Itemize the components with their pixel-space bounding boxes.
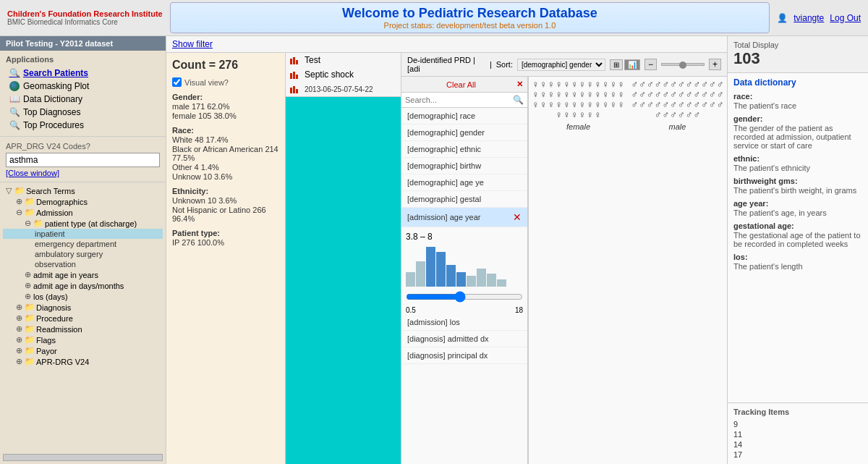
- sub-name: BMIC Biomedical Informatics Core: [7, 18, 163, 26]
- person-icon: ♀: [571, 90, 578, 99]
- data-dictionary-panel: Data dictionary race: The patient's race…: [728, 73, 868, 403]
- show-filter-link[interactable]: Show filter: [172, 39, 213, 49]
- age-range-display: 3.8 – 8: [401, 227, 527, 243]
- var-item-birthw[interactable]: [demographic] birthw: [401, 158, 527, 174]
- person-icon: ♂: [686, 110, 693, 119]
- sort-select[interactable]: [demographic] gender [demographic] race: [517, 59, 605, 71]
- visual-view-checkbox[interactable]: [172, 77, 182, 87]
- person-icon: ♀: [579, 90, 586, 99]
- username[interactable]: tviangte: [793, 13, 824, 23]
- sidebar-item-data-dictionary[interactable]: 📖 Data Dictionary: [6, 93, 160, 106]
- var-item-age-ye[interactable]: [demographic] age ye: [401, 174, 527, 191]
- person-icon: ♂: [701, 100, 708, 109]
- histogram-bar: [456, 272, 466, 287]
- tree-item-readmission[interactable]: ⊕ 📁 Readmission: [3, 324, 163, 334]
- person-icon: ♂: [670, 110, 677, 119]
- tree-item-admit-age[interactable]: ⊕ admit age in years: [3, 269, 163, 280]
- logout-button[interactable]: Log Out: [830, 13, 861, 23]
- tree-item-search-terms[interactable]: ▽ 📁 Search Terms: [3, 185, 163, 196]
- variable-search-input[interactable]: [405, 96, 513, 104]
- person-icon: ♂: [694, 90, 701, 99]
- bar-view-btn[interactable]: 📊: [624, 59, 640, 70]
- var-item-race[interactable]: [demographic] race: [401, 108, 527, 125]
- grid-view-btn[interactable]: ⊞: [610, 59, 623, 70]
- sidebar-item-geomasking[interactable]: Geomasking Plot: [6, 80, 160, 93]
- var-item-principal-dx[interactable]: [diagnosis] principal dx: [401, 347, 527, 364]
- tree-item-inpatient[interactable]: inpatient: [3, 229, 163, 239]
- slider-area[interactable]: [401, 290, 527, 306]
- org-name: Children's Foundation Research Institute: [7, 9, 163, 18]
- sidebar-item-top-procedures[interactable]: 🔍 Top Procedures: [6, 119, 160, 132]
- tree-item-apr-drg[interactable]: ⊕ 📁 APR-DRG V24: [3, 356, 163, 367]
- var-item-gestal[interactable]: [demographic] gestal: [401, 191, 527, 208]
- person-icon: ♂: [686, 100, 693, 109]
- folder-icon: 📁: [25, 208, 35, 217]
- person-icon: ♂: [678, 80, 685, 89]
- chart-item-date[interactable]: 2013-06-25-07-54-22: [286, 82, 401, 96]
- sidebar-item-search-patients[interactable]: 🔍 Search Patients: [6, 67, 160, 80]
- person-icon: ♀: [579, 110, 586, 119]
- close-window-link[interactable]: [Close window]: [6, 169, 160, 177]
- zoom-track[interactable]: [661, 63, 705, 66]
- content-area: Count = 276 Visual view? Gender: male 17…: [166, 53, 727, 464]
- tree-item-procedure[interactable]: ⊕ 📁 Procedure: [3, 313, 163, 324]
- person-icon: ♂: [647, 90, 654, 99]
- drg-input[interactable]: [6, 153, 160, 167]
- zoom-plus-btn[interactable]: +: [709, 59, 721, 70]
- var-remove-btn[interactable]: ✕: [513, 211, 522, 223]
- data-dict-title[interactable]: Data dictionary: [733, 77, 862, 88]
- person-icon: ♂: [709, 90, 716, 99]
- person-icon: ♀: [540, 90, 547, 99]
- track-item-14: 14: [733, 439, 862, 450]
- tree-item-demographics[interactable]: ⊕ 📁 Demographics: [3, 196, 163, 207]
- tree-item-admission[interactable]: ⊖ 📁 Admission: [3, 207, 163, 218]
- female-column: ♀♀♀♀♀♀♀♀♀♀♀♀♀♀♀♀♀♀♀♀♀♀♀♀♀♀♀♀♀♀♀♀♀♀♀♀♀♀♀♀…: [529, 77, 628, 464]
- person-icon: ♀: [618, 100, 625, 109]
- folder-icon: 📁: [25, 303, 35, 312]
- person-icon: ♂: [709, 100, 716, 109]
- prd-header: De-identified PRD | [adi | Sort: [demogr…: [401, 53, 727, 77]
- book-icon: 📖: [9, 94, 20, 104]
- tree-item-emergency[interactable]: emergency department: [3, 239, 163, 249]
- tree-item-observation[interactable]: observation: [3, 259, 163, 269]
- histogram-bar: [436, 252, 446, 287]
- person-icon: ♀: [556, 110, 563, 119]
- tree-item-patient-type[interactable]: ⊖ 📁 patient type (at discharge): [3, 218, 163, 229]
- drg-label: APR_DRG V24 Codes?: [6, 142, 90, 151]
- tree-item-ambulatory[interactable]: ambulatory surgery: [3, 249, 163, 259]
- expand-icon: ⊕: [14, 357, 23, 366]
- person-icon: ♀: [548, 80, 555, 89]
- person-icon: ♀: [556, 100, 563, 109]
- tree-hscroll-track[interactable]: [3, 454, 163, 461]
- zoom-minus-btn[interactable]: −: [644, 59, 657, 70]
- tree-item-admit-age-days[interactable]: ⊕ admit age in days/months: [3, 280, 163, 291]
- var-item-ethnic[interactable]: [demographic] ethnic: [401, 141, 527, 158]
- tree-item-flags[interactable]: ⊕ 📁 Flags: [3, 334, 163, 345]
- zoom-thumb: [679, 62, 686, 69]
- var-item-gender[interactable]: [demographic] gender: [401, 125, 527, 141]
- tree-hscroll[interactable]: [3, 454, 163, 461]
- person-icon: ♀: [602, 90, 609, 99]
- tree-item-diagnosis[interactable]: ⊕ 📁 Diagnosis: [3, 302, 163, 313]
- age-slider[interactable]: [406, 291, 523, 303]
- person-icon: ♀: [548, 90, 555, 99]
- var-item-los[interactable]: [admission] los: [401, 314, 527, 331]
- person-icon: ♀: [587, 90, 594, 99]
- dict-entry-los: los: The patient's length: [733, 253, 862, 271]
- sidebar-item-top-diagnoses[interactable]: 🔍 Top Diagnoses: [6, 106, 160, 119]
- tree-item-los[interactable]: ⊕ los (days): [3, 291, 163, 302]
- chart-item-septic[interactable]: Septic shock: [286, 67, 401, 82]
- clear-all-btn[interactable]: Clear All: [446, 80, 476, 89]
- sidebar-item-label-search: Search Patients: [23, 68, 88, 78]
- person-icon: ♂: [686, 90, 693, 99]
- person-icon: ♀: [610, 100, 617, 109]
- var-item-age-year[interactable]: [admission] age year ✕: [401, 208, 527, 227]
- person-icon: ♀: [532, 100, 540, 109]
- pictogram-area: ♀♀♀♀♀♀♀♀♀♀♀♀♀♀♀♀♀♀♀♀♀♀♀♀♀♀♀♀♀♀♀♀♀♀♀♀♀♀♀♀…: [528, 77, 727, 464]
- variable-panel-header: Clear All ✕: [401, 77, 527, 93]
- tree-item-payor[interactable]: ⊕ 📁 Payor: [3, 345, 163, 356]
- clear-all-x-btn[interactable]: ✕: [516, 80, 523, 89]
- diagnoses-icon: 🔍: [9, 107, 20, 117]
- chart-item-test[interactable]: Test: [286, 53, 401, 67]
- var-item-admitted-dx[interactable]: [diagnosis] admitted dx: [401, 331, 527, 347]
